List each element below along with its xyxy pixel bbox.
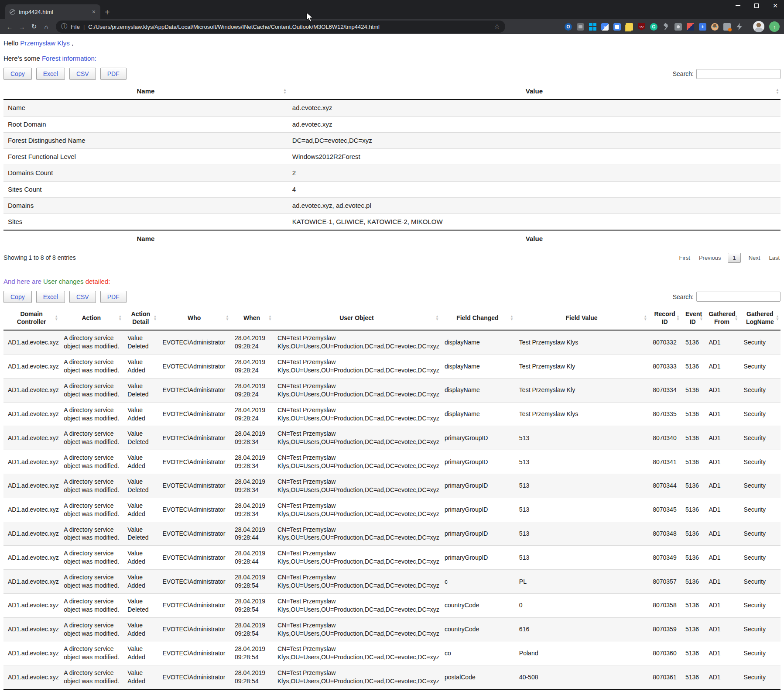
cell-event-id: 5136 bbox=[681, 617, 704, 641]
back-icon[interactable]: ← bbox=[4, 23, 15, 31]
column-header-value[interactable]: Value▲▼ bbox=[288, 83, 781, 100]
screen-capture-icon[interactable] bbox=[577, 23, 584, 31]
column-header-gathered-logname[interactable]: Gathered LogName▲▼ bbox=[739, 306, 781, 331]
excel-button[interactable]: Excel bbox=[36, 68, 65, 80]
sort-icon: ▲▼ bbox=[644, 315, 647, 321]
cell-when: 28.04.2019 09:28:44 bbox=[230, 522, 273, 546]
grammarly-icon[interactable] bbox=[650, 23, 657, 31]
recorder-icon[interactable] bbox=[723, 23, 731, 31]
cell-field-changed: displayName bbox=[440, 355, 515, 379]
column-header-when[interactable]: When▲▼ bbox=[230, 306, 273, 331]
new-tab-button[interactable]: + bbox=[105, 8, 110, 17]
profile-avatar[interactable] bbox=[753, 21, 764, 32]
upload-status-icon[interactable] bbox=[769, 21, 780, 32]
cell-field-value: Test Przemyslaw Klys bbox=[515, 402, 648, 426]
search-label: Search: bbox=[673, 70, 694, 77]
cell-record-id: 8070340 bbox=[648, 426, 681, 450]
cell-gathered-from: AD1 bbox=[704, 617, 739, 641]
windows-icon[interactable] bbox=[589, 23, 596, 31]
cell-gathered-from: AD1 bbox=[704, 665, 739, 689]
column-header-gathered-from[interactable]: Gathered From▲▼ bbox=[704, 306, 739, 331]
column-header-name[interactable]: Name▲▼ bbox=[3, 83, 288, 100]
column-header-action[interactable]: Action▲▼ bbox=[59, 306, 123, 331]
cell-domain-controller: AD1.ad.evotec.xyz bbox=[3, 593, 59, 617]
copy-pages-icon[interactable] bbox=[626, 23, 633, 31]
table-row: Namead.evotec.xyz bbox=[3, 100, 781, 116]
column-header-field-changed[interactable]: Field Changed▲▼ bbox=[440, 306, 515, 331]
window-minimize-button[interactable] bbox=[736, 5, 740, 6]
footer-header-record-id: Record ID bbox=[648, 689, 681, 692]
cell-action: A directory service object was modified. bbox=[59, 402, 123, 426]
tab-close-icon[interactable]: × bbox=[91, 8, 97, 15]
column-header-domain-controller[interactable]: Domain Controller▲▼ bbox=[3, 306, 59, 331]
forest-intro-line: Here's some Forest information: bbox=[3, 55, 781, 62]
reader-icon[interactable] bbox=[613, 23, 621, 31]
column-header-who[interactable]: Who▲▼ bbox=[158, 306, 230, 331]
table-row: AD1.ad.evotec.xyzA directory service obj… bbox=[3, 498, 781, 522]
cell-event-id: 5136 bbox=[681, 546, 704, 570]
browser-toolbar: ← → ↻ ⌂ ⓘ File | C:/Users/przemyslaw.kly… bbox=[0, 19, 784, 34]
cell-field-changed: primaryGroupID bbox=[440, 522, 515, 546]
cell-action-detail: Value Added bbox=[123, 498, 158, 522]
bookmark-star-icon[interactable]: ☆ bbox=[494, 23, 500, 31]
cell-domain-controller: AD1.ad.evotec.xyz bbox=[3, 450, 59, 474]
column-header-action-detail[interactable]: Action Detail▲▼ bbox=[123, 306, 158, 331]
pdf-button[interactable]: PDF bbox=[100, 291, 127, 303]
table-row: Sites Count4 bbox=[3, 181, 781, 197]
cell-field-changed: displayName bbox=[440, 402, 515, 426]
pagination-page-1-button[interactable]: 1 bbox=[728, 253, 740, 263]
flag-icon[interactable] bbox=[687, 23, 694, 31]
lightning-icon[interactable] bbox=[736, 23, 743, 31]
cell-domain-controller: AD1.ad.evotec.xyz bbox=[3, 474, 59, 498]
copy-button[interactable]: Copy bbox=[3, 68, 32, 80]
pdf-button[interactable]: PDF bbox=[100, 68, 127, 80]
cell-field-changed: postalCode bbox=[440, 665, 515, 689]
changes-search-input[interactable] bbox=[696, 292, 781, 302]
browser-tab[interactable]: tmp4424.html × bbox=[5, 4, 100, 19]
cell-action-detail: Value Deleted bbox=[123, 426, 158, 450]
search-label: Search: bbox=[673, 293, 694, 300]
page-info-icon[interactable]: ⓘ bbox=[61, 23, 67, 31]
screenshot-icon[interactable] bbox=[674, 23, 682, 31]
onepassword-icon[interactable] bbox=[565, 23, 572, 31]
column-header-user-object[interactable]: User Object▲▼ bbox=[273, 306, 440, 331]
pin-icon[interactable] bbox=[662, 23, 670, 31]
table-row: SitesKATOWICE-1, GLIWICE, KATOWICE-2, MI… bbox=[3, 214, 781, 231]
table-row: AD1.ad.evotec.xyzA directory service obj… bbox=[3, 617, 781, 641]
ublock-icon[interactable] bbox=[638, 23, 645, 31]
window-close-button[interactable]: ✕ bbox=[773, 3, 778, 9]
cell-name: Domains Count bbox=[3, 165, 288, 181]
pagination-last-button[interactable]: Last bbox=[768, 253, 781, 263]
pagination-previous-button[interactable]: Previous bbox=[698, 253, 722, 263]
csv-button[interactable]: CSV bbox=[69, 68, 96, 80]
forest-search-input[interactable] bbox=[696, 69, 781, 79]
cell-who: EVOTEC\Administrator bbox=[158, 378, 230, 402]
cell-gathered-logname: Security bbox=[739, 426, 781, 450]
cell-domain-controller: AD1.ad.evotec.xyz bbox=[3, 641, 59, 665]
cell-when: 28.04.2019 09:28:24 bbox=[230, 402, 273, 426]
cell-gathered-logname: Security bbox=[739, 450, 781, 474]
copy-button[interactable]: Copy bbox=[3, 291, 32, 303]
column-header-record-id[interactable]: Record ID▲▼ bbox=[648, 306, 681, 331]
changes-search: Search: bbox=[673, 292, 781, 302]
cell-gathered-from: AD1 bbox=[704, 522, 739, 546]
cell-record-id: 8070341 bbox=[648, 450, 681, 474]
excel-button[interactable]: Excel bbox=[36, 291, 65, 303]
pagination-first-button[interactable]: First bbox=[678, 253, 691, 263]
address-bar[interactable]: ⓘ File | C:/Users/przemyslaw.klys/AppDat… bbox=[56, 21, 505, 33]
defender-icon[interactable] bbox=[699, 23, 706, 31]
person-icon[interactable] bbox=[711, 23, 719, 31]
translate-icon[interactable] bbox=[601, 23, 609, 31]
cell-domain-controller: AD1.ad.evotec.xyz bbox=[3, 665, 59, 689]
cell-user-object: CN=Test Przemyslaw Klys,OU=Users,OU=Prod… bbox=[273, 617, 440, 641]
reload-icon[interactable]: ↻ bbox=[29, 23, 39, 31]
column-header-field-value[interactable]: Field Value▲▼ bbox=[515, 306, 648, 331]
cell-field-value: 513 bbox=[515, 450, 648, 474]
home-icon[interactable]: ⌂ bbox=[41, 23, 51, 31]
column-header-event-id[interactable]: Event ID▲▼ bbox=[681, 306, 704, 331]
csv-button[interactable]: CSV bbox=[69, 291, 96, 303]
forward-icon[interactable]: → bbox=[17, 23, 27, 31]
cell-when: 28.04.2019 09:28:54 bbox=[230, 641, 273, 665]
pagination-next-button[interactable]: Next bbox=[748, 253, 761, 263]
window-maximize-button[interactable] bbox=[754, 3, 759, 8]
